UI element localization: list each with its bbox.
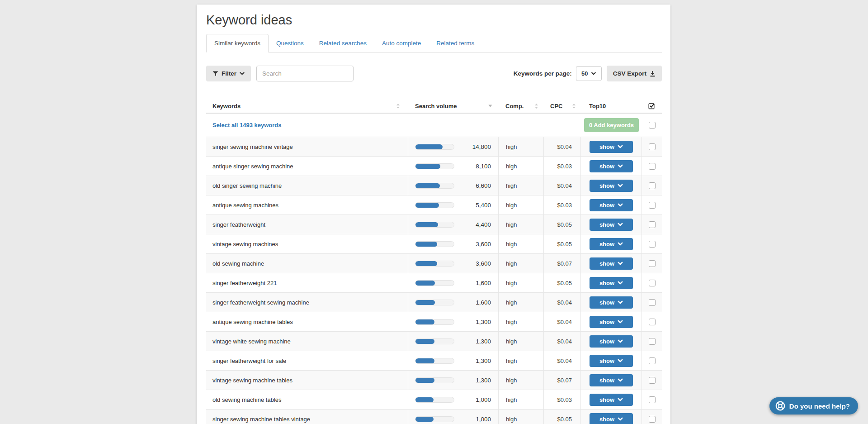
help-button[interactable]: Do you need help? xyxy=(769,397,858,414)
top10-cell: show xyxy=(581,332,642,351)
add-keywords-button[interactable]: 0 Add keywords xyxy=(584,118,639,132)
tab-related-terms[interactable]: Related terms xyxy=(429,34,482,52)
show-button[interactable]: show xyxy=(590,141,633,153)
volume-value: 1,000 xyxy=(476,396,491,403)
show-button-label: show xyxy=(599,241,614,248)
keyword-cell: antique sewing machine tables xyxy=(206,312,408,331)
sort-icon[interactable] xyxy=(572,103,576,109)
row-checkbox[interactable] xyxy=(649,377,656,384)
tab-questions[interactable]: Questions xyxy=(269,34,311,52)
top10-cell: show xyxy=(581,273,642,292)
row-checkbox[interactable] xyxy=(649,202,656,209)
volume-bar xyxy=(415,222,454,228)
search-volume-cell: 3,600 xyxy=(408,234,499,253)
tab-auto-complete[interactable]: Auto complete xyxy=(374,34,429,52)
search-input[interactable] xyxy=(256,66,354,81)
row-checkbox[interactable] xyxy=(649,357,656,364)
row-checkbox[interactable] xyxy=(649,319,656,325)
sort-desc-icon[interactable] xyxy=(488,105,492,107)
csv-export-button[interactable]: CSV Export xyxy=(607,66,662,81)
competition-cell: high xyxy=(499,273,544,292)
row-checkbox[interactable] xyxy=(649,143,656,150)
row-checkbox[interactable] xyxy=(649,241,656,248)
cpc-cell: $0.04 xyxy=(544,332,581,351)
row-checkbox[interactable] xyxy=(649,338,656,345)
competition-value: high xyxy=(506,396,517,403)
row-checkbox[interactable] xyxy=(649,416,656,423)
show-button[interactable]: show xyxy=(590,394,633,406)
tab-similar-keywords[interactable]: Similar keywords xyxy=(206,34,269,52)
show-button[interactable]: show xyxy=(590,199,633,211)
cpc-value: $0.04 xyxy=(557,143,572,150)
show-button[interactable]: show xyxy=(590,180,633,192)
keyword-text: old sewing machine tables xyxy=(212,396,281,403)
column-header-search-volume[interactable]: Search volume xyxy=(408,103,499,110)
cpc-cell: $0.07 xyxy=(544,254,581,273)
column-header-cpc[interactable]: CPC xyxy=(544,103,581,110)
volume-bar-fill xyxy=(415,242,437,247)
select-all-link[interactable]: Select all 1493 keywords xyxy=(206,122,408,129)
checkbox-cell xyxy=(642,293,662,312)
volume-value: 4,400 xyxy=(476,221,491,228)
top10-cell: show xyxy=(581,351,642,370)
sort-icon[interactable] xyxy=(396,103,400,109)
keyword-cell: singer featherweight sewing machine xyxy=(206,293,408,312)
show-button-label: show xyxy=(599,280,614,286)
chevron-down-icon xyxy=(618,300,623,304)
checkbox-cell xyxy=(642,254,662,273)
competition-cell: high xyxy=(499,254,544,273)
volume-bar-fill xyxy=(415,339,434,344)
show-button[interactable]: show xyxy=(590,355,633,367)
keyword-text: vintage sewing machine tables xyxy=(212,377,292,384)
row-checkbox[interactable] xyxy=(649,182,656,189)
show-button[interactable]: show xyxy=(590,238,633,250)
volume-bar xyxy=(415,338,454,344)
show-button-label: show xyxy=(599,143,614,150)
row-checkbox[interactable] xyxy=(649,260,656,267)
show-button[interactable]: show xyxy=(590,160,633,172)
checkbox-cell xyxy=(642,273,662,292)
csv-export-label: CSV Export xyxy=(613,70,646,77)
chevron-down-icon xyxy=(240,72,245,75)
select-all-row-checkbox[interactable] xyxy=(649,122,656,129)
volume-value: 5,400 xyxy=(476,202,491,209)
volume-bar-fill xyxy=(415,183,440,188)
column-header-select[interactable] xyxy=(642,102,662,110)
chevron-down-icon xyxy=(618,242,623,246)
keyword-text: antique sewing machines xyxy=(212,202,278,209)
volume-bar xyxy=(415,377,454,383)
search-volume-cell: 6,600 xyxy=(408,176,499,195)
show-button[interactable]: show xyxy=(590,413,633,424)
keyword-text: vintage sewing machines xyxy=(212,241,278,248)
cpc-cell: $0.04 xyxy=(544,293,581,312)
filter-button[interactable]: Filter xyxy=(206,66,251,81)
competition-cell: high xyxy=(499,293,544,312)
table-row: antique sewing machine tables 1,300 high… xyxy=(206,312,662,332)
per-page-select[interactable]: 50 xyxy=(576,66,602,81)
column-header-keywords[interactable]: Keywords xyxy=(206,103,408,110)
row-checkbox[interactable] xyxy=(649,280,656,286)
select-all-checkbox-icon[interactable] xyxy=(648,102,656,110)
volume-bar xyxy=(415,280,454,286)
show-button[interactable]: show xyxy=(590,296,633,309)
row-checkbox[interactable] xyxy=(649,396,656,403)
cpc-cell: $0.04 xyxy=(544,176,581,195)
show-button[interactable]: show xyxy=(590,335,633,348)
row-checkbox[interactable] xyxy=(649,299,656,306)
tab-related-searches[interactable]: Related searches xyxy=(311,34,374,52)
column-header-comp[interactable]: Comp. xyxy=(499,103,544,110)
show-button-label: show xyxy=(599,221,614,228)
row-checkbox[interactable] xyxy=(649,163,656,170)
chevron-down-icon xyxy=(618,203,623,207)
show-button[interactable]: show xyxy=(590,316,633,328)
show-button[interactable]: show xyxy=(590,257,633,270)
checkbox-cell xyxy=(642,137,662,156)
show-button[interactable]: show xyxy=(590,374,633,386)
row-checkbox[interactable] xyxy=(649,221,656,228)
cpc-cell: $0.05 xyxy=(544,410,581,424)
volume-bar xyxy=(415,241,454,247)
sort-icon[interactable] xyxy=(534,103,538,109)
volume-value: 3,600 xyxy=(476,260,491,267)
show-button[interactable]: show xyxy=(590,219,633,231)
show-button[interactable]: show xyxy=(590,277,633,289)
